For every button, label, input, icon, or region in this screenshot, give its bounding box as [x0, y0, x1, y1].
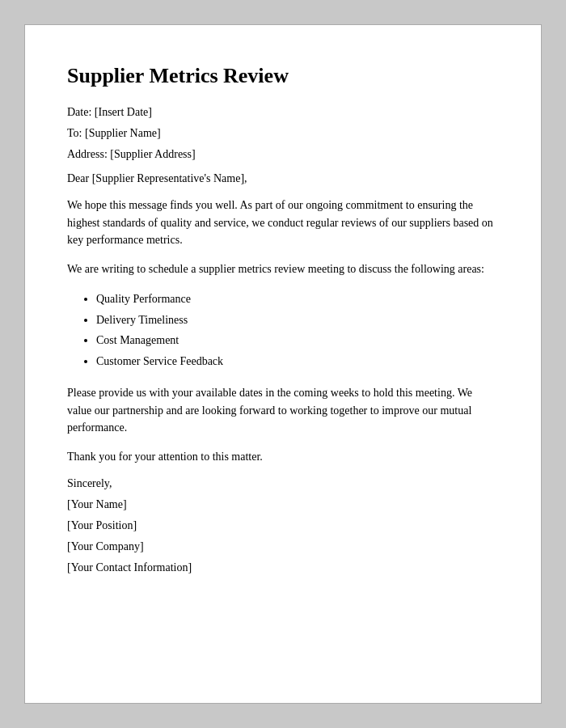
paragraph-3: Please provide us with your available da…: [67, 384, 499, 437]
name-placeholder: [Your Name]: [67, 498, 499, 511]
closing: Sincerely,: [67, 477, 499, 490]
company-placeholder: [Your Company]: [67, 540, 499, 553]
contact-placeholder: [Your Contact Information]: [67, 561, 499, 574]
to-field: To: [Supplier Name]: [67, 127, 499, 140]
salutation: Dear [Supplier Representative's Name],: [67, 172, 499, 185]
list-item: Quality Performance: [96, 290, 499, 309]
position-placeholder: [Your Position]: [67, 519, 499, 532]
list-item: Cost Management: [96, 331, 499, 350]
document-title: Supplier Metrics Review: [67, 64, 499, 88]
list-item: Customer Service Feedback: [96, 352, 499, 371]
address-field: Address: [Supplier Address]: [67, 148, 499, 161]
bullet-list: Quality Performance Delivery Timeliness …: [67, 290, 499, 373]
paragraph-1: We hope this message finds you well. As …: [67, 197, 499, 249]
paragraph-2: We are writing to schedule a supplier me…: [67, 260, 499, 278]
list-item: Delivery Timeliness: [96, 311, 499, 330]
paragraph-4: Thank you for your attention to this mat…: [67, 448, 499, 466]
document-page: Supplier Metrics Review Date: [Insert Da…: [24, 24, 542, 704]
date-field: Date: [Insert Date]: [67, 106, 499, 119]
